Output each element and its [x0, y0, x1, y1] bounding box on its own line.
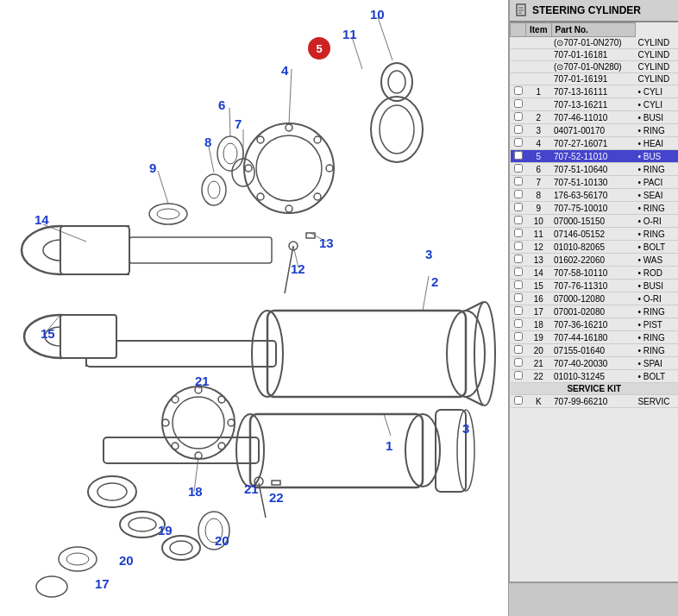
part-desc: • O-RI: [635, 215, 678, 228]
parts-tbody: (⊙707-01-0N270)CYLIND707-01-16181CYLIND(…: [511, 37, 679, 408]
table-row[interactable]: 14707-58-10110• ROD: [511, 267, 679, 280]
table-row[interactable]: 15707-76-11310• BUSI: [511, 280, 679, 292]
svg-point-31: [202, 174, 226, 205]
part-number: (⊙707-01-0N280): [551, 61, 635, 73]
part-desc: • CYLI: [635, 85, 678, 98]
item-number: 8: [526, 189, 552, 202]
svg-point-30: [232, 159, 254, 186]
row-checkbox[interactable]: [514, 306, 523, 315]
part-desc: • BUSI: [635, 280, 678, 292]
table-row[interactable]: 1707-13-16111• CYLI: [511, 85, 679, 98]
part-number: 707-40-20030: [551, 357, 635, 370]
table-row[interactable]: (⊙707-01-0N270)CYLIND: [511, 37, 679, 49]
table-row[interactable]: 2201010-31245• BOLT: [511, 370, 679, 383]
table-row[interactable]: 8176-63-56170• SEAI: [511, 189, 679, 202]
svg-point-66: [66, 553, 89, 565]
part-desc: SERVIC: [635, 395, 678, 408]
row-checkbox[interactable]: [514, 319, 523, 328]
parts-table: Item Part No. (⊙707-01-0N270)CYLIND707-0…: [510, 22, 678, 408]
svg-point-61: [162, 536, 200, 560]
row-checkbox[interactable]: [514, 255, 523, 263]
label-4: 4: [281, 63, 289, 78]
row-checkbox[interactable]: [514, 125, 523, 134]
label-15: 15: [41, 326, 55, 341]
table-row[interactable]: 9707-75-10010• RING: [511, 202, 679, 215]
svg-point-19: [326, 165, 333, 172]
table-row[interactable]: 2007155-01640• RING: [511, 344, 679, 357]
table-row[interactable]: 18707-36-16210• PIST: [511, 318, 679, 331]
svg-point-23: [314, 193, 321, 200]
table-row[interactable]: 1301602-22060• WAS: [511, 254, 679, 267]
row-checkbox[interactable]: [514, 358, 523, 367]
parts-panel: STEERING CYLINDER Item Part No. (⊙707-01…: [509, 0, 678, 616]
part-number: 707-13-16211: [551, 98, 635, 111]
part-desc: • BOLT: [635, 241, 678, 254]
label-21a: 21: [195, 374, 210, 388]
table-row[interactable]: 1607000-12080• O-RI: [511, 292, 679, 305]
table-row[interactable]: 21707-40-20030• SPAI: [511, 357, 679, 370]
row-checkbox[interactable]: [514, 280, 523, 289]
svg-point-26: [381, 63, 412, 101]
label-20a: 20: [215, 533, 229, 548]
part-desc: • PIST: [635, 318, 678, 331]
row-checkbox[interactable]: [514, 151, 523, 160]
svg-point-52: [228, 419, 235, 426]
table-row[interactable]: 707-01-16191CYLIND: [511, 73, 679, 85]
table-row[interactable]: 5707-52-11010• BUS: [511, 150, 679, 163]
table-row[interactable]: 1107146-05152• RING: [511, 228, 679, 241]
parts-table-container[interactable]: Item Part No. (⊙707-01-0N270)CYLIND707-0…: [510, 22, 678, 616]
label-13: 13: [319, 236, 334, 250]
svg-line-74: [352, 37, 362, 69]
table-row[interactable]: 4707-27-16071• HEAI: [511, 137, 679, 150]
part-desc: • RING: [635, 331, 678, 344]
row-checkbox[interactable]: [514, 190, 523, 198]
table-row[interactable]: 304071-00170• RING: [511, 124, 679, 137]
svg-rect-10: [60, 226, 129, 274]
row-checkbox[interactable]: [514, 396, 523, 405]
item-number: [526, 61, 552, 73]
row-checkbox[interactable]: [514, 138, 523, 147]
item-number: 10: [526, 215, 552, 228]
row-checkbox[interactable]: [514, 293, 523, 302]
row-checkbox[interactable]: [514, 345, 523, 354]
col-partno: Part No.: [551, 23, 635, 37]
table-row[interactable]: 2707-46-11010• BUSI: [511, 111, 679, 124]
row-checkbox[interactable]: [514, 203, 523, 211]
table-row[interactable]: 6707-51-10640• RING: [511, 163, 679, 176]
row-checkbox[interactable]: [514, 112, 523, 121]
row-checkbox[interactable]: [514, 242, 523, 250]
table-row[interactable]: (⊙707-01-0N280)CYLIND: [511, 61, 679, 73]
row-checkbox[interactable]: [514, 164, 523, 173]
svg-point-67: [36, 576, 67, 597]
table-row[interactable]: 19707-44-16180• RING: [511, 331, 679, 344]
part-number: 01010-82065: [551, 241, 635, 254]
row-checkbox[interactable]: [514, 99, 523, 108]
row-checkbox[interactable]: [514, 332, 523, 341]
label-6: 6: [218, 97, 225, 112]
row-checkbox[interactable]: [514, 371, 523, 380]
row-checkbox[interactable]: [514, 267, 523, 276]
part-desc: • WAS: [635, 254, 678, 267]
part-number: 176-63-56170: [551, 189, 635, 202]
table-row[interactable]: 7707-51-10130• PACI: [511, 176, 679, 189]
part-desc: • ROD: [635, 267, 678, 280]
part-number: 707-13-16111: [551, 85, 635, 98]
part-desc: CYLIND: [635, 49, 678, 61]
table-row[interactable]: K707-99-66210SERVIC: [511, 395, 679, 408]
row-checkbox[interactable]: [514, 177, 523, 185]
table-row[interactable]: 707-01-16181CYLIND: [511, 49, 679, 61]
table-row[interactable]: 1007000-15150• O-RI: [511, 215, 679, 228]
head-assembly: [149, 63, 423, 224]
svg-point-21: [257, 193, 264, 200]
part-desc: • CYLI: [635, 98, 678, 111]
table-row[interactable]: 1707001-02080• RING: [511, 305, 679, 318]
item-number: [526, 98, 552, 111]
part-desc: • SPAI: [635, 357, 678, 370]
row-checkbox[interactable]: [514, 216, 523, 224]
label-7: 7: [235, 116, 242, 131]
table-row[interactable]: 707-13-16211• CYLI: [511, 98, 679, 111]
row-checkbox[interactable]: [514, 86, 523, 95]
table-row[interactable]: 1201010-82065• BOLT: [511, 241, 679, 254]
diagram-area: 10 11 4 5 6 7 8 9 13 12 3 2 14 15 1 3 21…: [0, 0, 509, 616]
row-checkbox[interactable]: [514, 229, 523, 237]
